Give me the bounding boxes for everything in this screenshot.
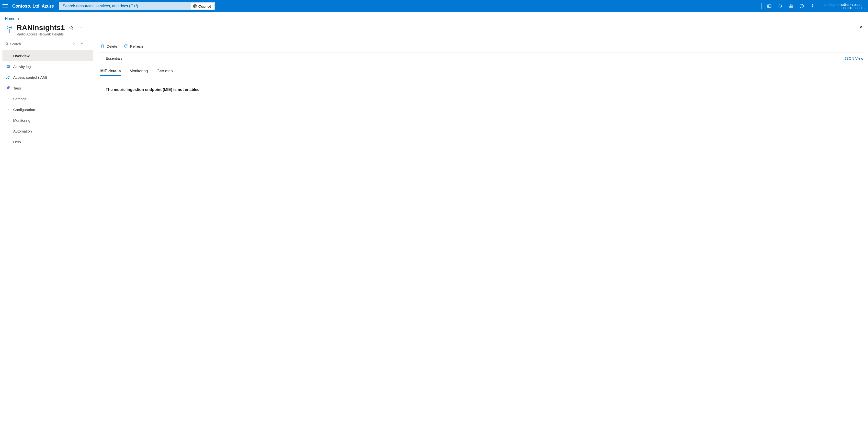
close-blade-button[interactable] [859,25,863,30]
menu-item-help[interactable]: Help [2,136,93,147]
menu-search-input[interactable] [10,42,67,46]
svg-point-23 [7,76,8,77]
chevron-right-icon [6,129,10,133]
cloud-shell-button[interactable] [765,1,774,11]
svg-rect-2 [768,5,771,8]
menu-item-label: Tags [13,86,21,90]
menu-item-tags[interactable]: Tags [2,82,93,93]
copilot-label: Copilot [198,4,211,8]
delete-label: Delete [107,44,117,48]
resource-header: RANInsights1 ··· Radio Access Network In… [0,24,868,40]
menu-search-box[interactable] [3,40,69,48]
menu-item-access-control[interactable]: Access control (IAM) [2,72,93,82]
refresh-icon [124,44,128,49]
chevron-down-icon [100,56,104,60]
log-icon [6,64,10,69]
account-email: chrisqpublic@contoso.c... [824,2,866,7]
page-title: RANInsights1 [17,24,65,32]
tag-icon [6,86,10,90]
separator [761,3,762,9]
menu-item-activity-log[interactable]: Activity log [2,61,93,72]
tenant-brand-label[interactable]: Contoso, Ltd. Azure [12,4,54,9]
menu-item-label: Help [13,140,21,144]
resource-menu: Overview Activity log Access control (IA… [2,40,93,147]
svg-point-15 [6,42,7,44]
tab-label: Geo map [157,69,173,73]
svg-point-18 [8,55,8,55]
copilot-icon [193,4,197,8]
menu-item-overview[interactable]: Overview [2,50,93,61]
svg-rect-21 [7,66,9,67]
svg-point-7 [812,4,813,6]
command-bar: Delete Refresh [100,40,863,53]
notifications-button[interactable] [775,1,785,11]
essentials-header: Essentials JSON View [100,53,863,64]
menu-items: Overview Activity log Access control (IA… [2,50,93,147]
mie-status-message: The metric ingestion endpoint (MIE) is n… [100,76,863,92]
delete-button[interactable]: Delete [100,44,117,49]
menu-item-monitoring[interactable]: Monitoring [2,115,93,126]
antenna-icon [6,54,10,58]
svg-rect-22 [7,67,8,67]
json-view-link[interactable]: JSON View [844,56,863,60]
menu-item-configuration[interactable]: Configuration [2,104,93,115]
expand-collapse-toggle[interactable] [71,42,77,46]
settings-button[interactable] [786,1,796,11]
menu-item-label: Overview [13,54,30,58]
menu-item-label: Configuration [13,108,35,112]
essentials-toggle[interactable]: Essentials [100,56,122,60]
iam-icon [6,75,10,79]
tab-strip: MIE details Monitoring Geo map [100,64,863,76]
menu-item-label: Settings [13,97,26,101]
menu-item-automation[interactable]: Automation [2,126,93,136]
content-pane: Delete Refresh Essentials JSON View MIE … [93,40,868,92]
breadcrumb: Home › [0,12,868,24]
tab-label: Monitoring [130,69,148,73]
refresh-label: Refresh [130,44,143,48]
trash-icon [100,44,105,49]
more-actions-button[interactable]: ··· [78,25,84,31]
svg-point-25 [8,87,9,88]
hamburger-menu-button[interactable] [2,4,8,8]
menu-item-label: Monitoring [13,118,30,123]
tab-mie-details[interactable]: MIE details [100,69,121,76]
refresh-button[interactable]: Refresh [124,44,143,49]
search-icon [5,42,8,46]
svg-point-4 [790,6,792,7]
svg-point-11 [9,27,10,28]
chevron-right-icon: › [18,16,19,21]
menu-item-label: Automation [13,129,32,133]
svg-marker-12 [69,26,73,29]
essentials-label: Essentials [106,56,122,60]
header-action-icons [760,1,817,11]
chevron-right-icon [6,140,10,144]
chevron-right-icon [6,107,10,112]
svg-point-24 [8,76,9,77]
collapse-menu-button[interactable] [79,42,85,46]
chevron-right-icon [6,118,10,123]
account-tenant: CONTOSO, LTD. [824,7,866,10]
global-header: Contoso, Ltd. Azure Copilot chrisqpubli [0,0,868,12]
resource-type-label: Radio Access Network Insights [17,32,84,36]
tab-geo-map[interactable]: Geo map [157,69,173,76]
tab-label: MIE details [100,69,121,73]
favorite-button[interactable] [68,25,74,31]
svg-line-16 [7,44,8,45]
chevron-right-icon [6,97,10,101]
menu-item-label: Activity log [13,65,31,69]
copilot-button[interactable]: Copilot [191,3,215,9]
menu-item-settings[interactable]: Settings [2,93,93,104]
global-search-box[interactable]: Copilot [59,2,215,10]
account-menu[interactable]: chrisqpublic@contoso.c... CONTOSO, LTD. [824,2,866,10]
resource-type-icon [5,25,14,34]
help-button[interactable] [797,1,807,11]
menu-item-label: Access control (IAM) [13,75,47,79]
breadcrumb-home-link[interactable]: Home [5,16,16,21]
tab-monitoring[interactable]: Monitoring [130,69,148,76]
feedback-button[interactable] [808,1,817,11]
